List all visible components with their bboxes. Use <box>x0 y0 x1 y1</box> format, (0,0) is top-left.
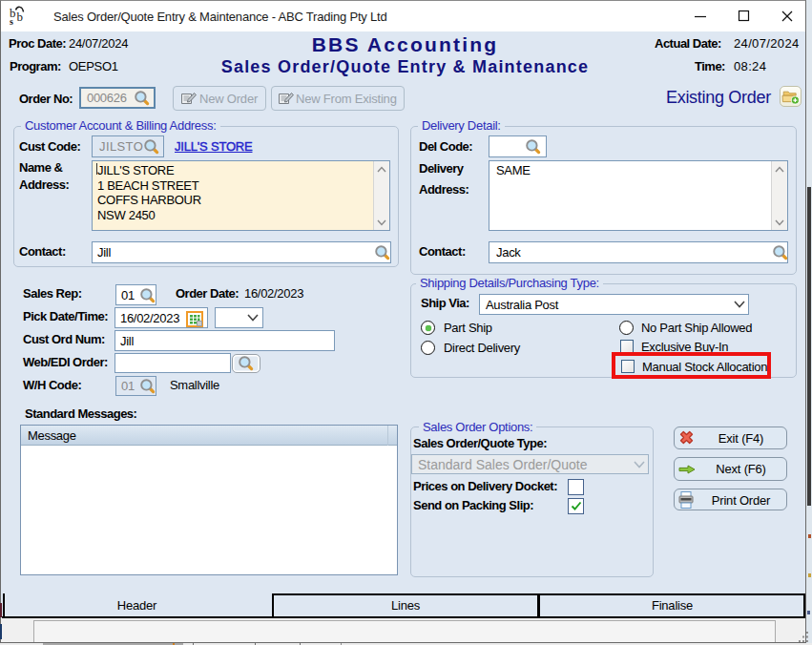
svg-text:b: b <box>17 10 24 24</box>
svg-text:s: s <box>10 16 13 27</box>
